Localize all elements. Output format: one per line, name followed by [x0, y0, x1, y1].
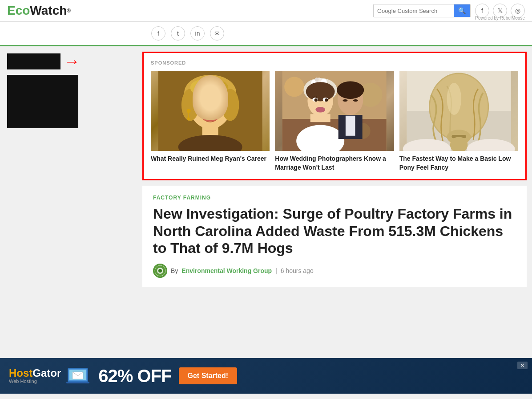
article-title: New Investigation: Surge of Poultry Fact…	[153, 205, 516, 256]
site-header: EcoWatch® 🔍 f 𝕏 ◎ Powered by RebelMouse	[0, 0, 532, 22]
svg-point-33	[325, 98, 328, 102]
powered-by-label: Powered by RebelMouse	[475, 16, 525, 20]
svg-point-29	[306, 82, 335, 101]
red-arrow-icon: →	[64, 53, 80, 69]
ad-discount-text: 62% OFF	[98, 366, 171, 386]
wedding-svg: Text	[275, 71, 394, 151]
search-input[interactable]	[374, 5, 454, 16]
hair-svg	[399, 71, 518, 151]
svg-point-41	[337, 81, 364, 99]
meg-ryan-image	[151, 71, 270, 151]
left-sidebar: →	[0, 46, 142, 358]
social-share-bar: f t in ✉	[0, 22, 532, 46]
logo-watch: Watch	[30, 4, 67, 18]
meg-ryan-title: What Really Ruined Meg Ryan's Career	[151, 155, 270, 163]
laptop-icon	[64, 366, 91, 386]
svg-point-61	[158, 269, 162, 273]
content-area: SPONSORED	[142, 46, 532, 358]
ad-gator: Gator	[32, 367, 61, 379]
twitter-share-icon[interactable]: t	[171, 26, 185, 41]
svg-point-8	[215, 100, 222, 105]
linkedin-share-icon[interactable]: in	[190, 26, 205, 41]
sidebar-arrow-block: →	[7, 53, 135, 69]
email-share-icon[interactable]: ✉	[210, 26, 224, 41]
svg-point-9	[201, 101, 205, 105]
sponsored-articles: What Really Ruined Meg Ryan's Career	[151, 71, 518, 172]
sponsored-article-meg-ryan[interactable]: What Really Ruined Meg Ryan's Career	[151, 71, 270, 172]
svg-point-3	[181, 89, 199, 121]
svg-rect-45	[346, 116, 355, 136]
ad-logo-area: HostGator Web Hosting	[9, 366, 91, 386]
author-avatar	[153, 264, 167, 278]
hair-title: The Fastest Way to Make a Basic Low Pony…	[399, 155, 518, 172]
ad-host: Host	[9, 367, 32, 379]
svg-point-43	[353, 99, 358, 102]
article-time: 6 hours ago	[281, 267, 314, 274]
article-separator: |	[275, 267, 277, 274]
svg-point-5	[190, 80, 214, 96]
svg-point-11	[207, 109, 213, 113]
svg-point-42	[343, 99, 348, 102]
article-meta: By Environmental Working Group | 6 hours…	[153, 264, 516, 278]
ad-close-icon[interactable]: ✕	[517, 362, 528, 369]
sponsored-article-wedding[interactable]: Text How Wedding Photographers Know a Ma…	[275, 71, 394, 172]
svg-text:Text: Text	[331, 142, 339, 146]
sidebar-ad-box	[7, 75, 78, 128]
meg-ryan-svg	[151, 71, 270, 151]
svg-point-27	[315, 77, 319, 81]
svg-point-10	[217, 101, 221, 105]
article-section: FACTORY FARMING New Investigation: Surge…	[142, 186, 527, 287]
sponsored-block: SPONSORED	[142, 52, 527, 180]
article-by: By	[171, 267, 178, 274]
ad-subtitle: Web Hosting	[9, 379, 61, 384]
ad-logo-text: HostGator Web Hosting	[9, 368, 61, 384]
logo-registered: ®	[67, 8, 71, 14]
svg-point-37	[316, 107, 326, 113]
svg-point-55	[447, 83, 461, 115]
svg-rect-65	[66, 382, 89, 383]
svg-point-7	[199, 100, 206, 105]
site-logo[interactable]: EcoWatch®	[7, 4, 71, 18]
search-button[interactable]: 🔍	[454, 4, 470, 17]
wedding-title: How Wedding Photographers Know a Marriag…	[275, 155, 394, 172]
logo-eco: Eco	[7, 4, 30, 18]
sponsored-article-hair[interactable]: The Fastest Way to Make a Basic Low Pony…	[399, 71, 518, 172]
svg-point-6	[208, 81, 228, 95]
svg-point-15	[187, 109, 191, 113]
sidebar-black-bar	[7, 53, 60, 69]
svg-point-12	[203, 115, 217, 121]
search-form: 🔍	[373, 4, 471, 17]
svg-rect-38	[310, 114, 330, 122]
hair-image	[399, 71, 518, 151]
svg-point-4	[222, 89, 239, 121]
ad-cta-button[interactable]: Get Started!	[179, 367, 238, 384]
main-layout: → SPONSORED	[0, 46, 532, 358]
svg-point-32	[314, 98, 318, 102]
svg-point-17	[187, 117, 190, 120]
svg-point-20	[284, 77, 304, 97]
sponsored-label: SPONSORED	[151, 60, 518, 65]
facebook-share-icon[interactable]: f	[151, 26, 165, 41]
bottom-ad: HostGator Web Hosting 62% OFF Get Starte…	[0, 358, 532, 394]
author-avatar-svg	[153, 264, 167, 278]
article-category: FACTORY FARMING	[153, 195, 516, 201]
wedding-image: Text	[275, 71, 394, 151]
article-author-link[interactable]: Environmental Working Group	[181, 267, 272, 274]
